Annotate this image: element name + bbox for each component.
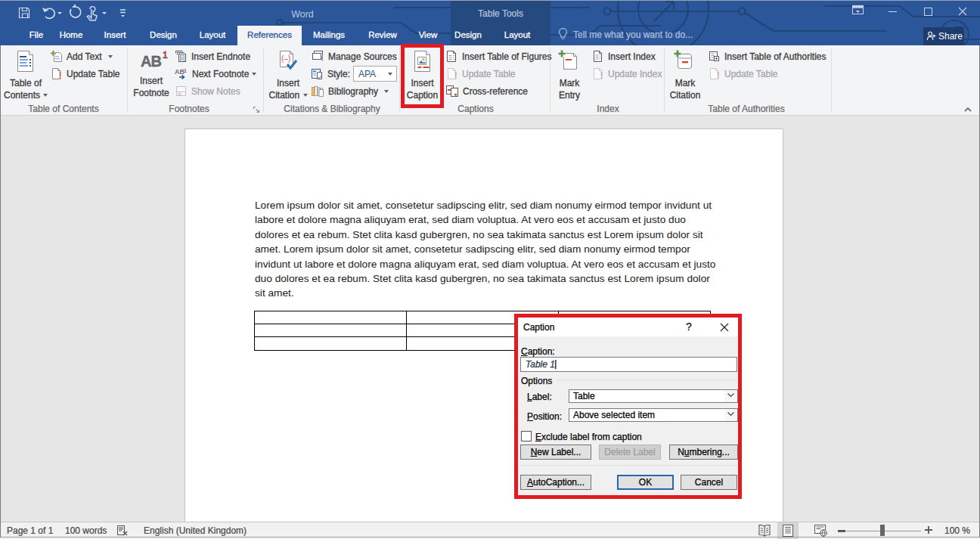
svg-text:!: ! <box>717 70 720 81</box>
svg-text:!: ! <box>600 70 603 81</box>
svg-text:[i]: [i] <box>180 54 185 62</box>
svg-text:1: 1 <box>184 68 187 73</box>
svg-text:!: ! <box>59 70 62 81</box>
svg-text:!: ! <box>454 70 457 81</box>
svg-text:(–): (–) <box>281 54 290 63</box>
